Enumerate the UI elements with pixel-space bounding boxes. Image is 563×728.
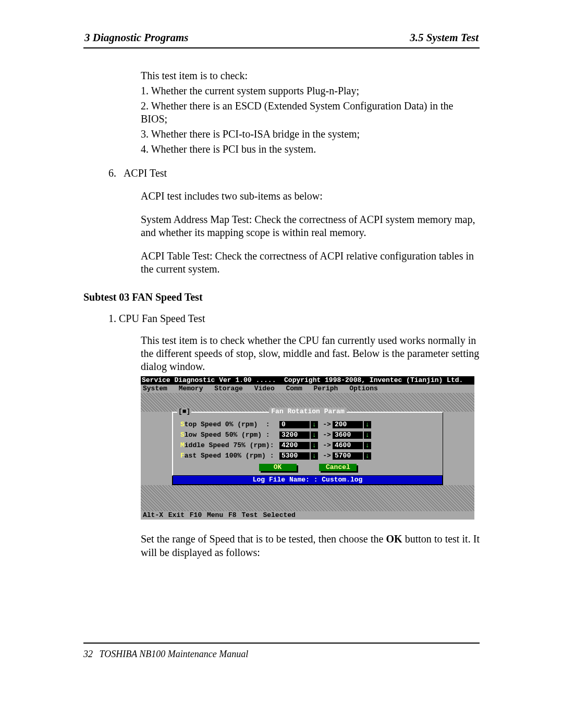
menu-periph[interactable]: Periph — [314, 385, 338, 392]
menu-options[interactable]: Options — [349, 385, 378, 392]
range-arrow: -> — [321, 442, 333, 449]
item6-title: ACPI Test — [124, 167, 167, 179]
range-arrow: -> — [321, 431, 333, 439]
menu-storage[interactable]: Storage — [214, 385, 243, 392]
cancel-button[interactable]: Cancel — [319, 464, 357, 471]
menu-system[interactable]: System — [143, 385, 167, 392]
dos-background-bottom — [141, 485, 474, 511]
intro-item-3: 3. Whether there is PCI-to-ISA bridge in… — [141, 128, 480, 141]
page-number: 32 — [83, 649, 93, 659]
intro-item-4: 4. Whether there is PCI bus in the syste… — [141, 143, 480, 156]
header-rule — [83, 47, 480, 48]
dropdown-icon[interactable]: ↓ — [311, 421, 318, 428]
middle-from[interactable]: 4200 — [279, 442, 310, 449]
slow-from[interactable]: 3200 — [279, 431, 310, 439]
slow-to[interactable]: 3600 — [333, 431, 363, 439]
item6-p3: ACPI Table Test: Check the correctness o… — [141, 250, 480, 276]
middle-to[interactable]: 4600 — [333, 442, 363, 449]
menu-memory[interactable]: Memory — [179, 385, 203, 392]
log-file-bar: Log File Name: : Custom.log — [172, 476, 443, 485]
intro-item-1: 1. Whether the current system supports P… — [141, 84, 480, 97]
dropdown-icon[interactable]: ↓ — [311, 431, 318, 439]
menu-video[interactable]: Video — [254, 385, 275, 392]
dropdown-icon[interactable]: ↓ — [364, 421, 371, 428]
subtest-item-1: 1. CPU Fan Speed Test — [108, 313, 480, 325]
running-header: 3 Diagnostic Programs 3.5 System Test — [83, 31, 480, 44]
dos-titlebar: Service Diagnostic Ver 1.00 ..... Copyri… — [141, 376, 474, 385]
after-screenshot-para: Set the range of Speed that is to be tes… — [141, 532, 480, 559]
stop-from[interactable]: 0 — [279, 421, 310, 428]
dos-footer-hints: Alt-X Exit F10 Menu F8 Test Selected — [141, 511, 474, 520]
dropdown-icon[interactable]: ↓ — [364, 431, 371, 439]
row-middle: Middle Speed 75% (rpm): 4200 ↓ -> 4600 ↓ — [180, 442, 435, 449]
row-slow: Slow Speed 50% (rpm) : 3200 ↓ -> 3600 ↓ — [180, 431, 435, 439]
item6-p2: System Address Map Test: Check the corre… — [141, 213, 480, 239]
list-item-6: 6. ACPI Test — [108, 167, 480, 179]
page: 3 Diagnostic Programs 3.5 System Test Th… — [0, 0, 563, 681]
fast-from[interactable]: 5300 — [279, 452, 310, 460]
footer-rule — [83, 643, 480, 644]
fan-rotation-dialog: [■] Fan Rotation Param Stop Speed 0% (rp… — [172, 412, 443, 476]
intro-item-2: 2. Whether there is an ESCD (Extended Sy… — [141, 100, 480, 126]
dropdown-icon[interactable]: ↓ — [364, 452, 371, 460]
dropdown-icon[interactable]: ↓ — [364, 442, 371, 449]
intro-lead: This test item is to check: — [141, 69, 480, 82]
dropdown-icon[interactable]: ↓ — [311, 442, 318, 449]
ok-button[interactable]: OK — [259, 464, 297, 471]
header-right: 3.5 System Test — [410, 31, 479, 44]
range-arrow: -> — [321, 452, 333, 460]
item6-p1: ACPI test includes two sub-items as belo… — [141, 190, 480, 203]
item6-body: ACPI test includes two sub-items as belo… — [141, 190, 480, 276]
dropdown-icon[interactable]: ↓ — [311, 452, 318, 460]
manual-title: TOSHIBA NB100 Maintenance Manual — [100, 649, 249, 659]
header-left: 3 Diagnostic Programs — [84, 31, 189, 44]
range-arrow: -> — [321, 421, 333, 428]
page-footer: 32 TOSHIBA NB100 Maintenance Manual — [83, 649, 480, 660]
intro-block: This test item is to check: 1. Whether t… — [141, 69, 480, 156]
subtest-para: This test item is to check whether the C… — [141, 334, 480, 373]
dos-screenshot: Service Diagnostic Ver 1.00 ..... Copyri… — [141, 376, 474, 520]
dialog-title: Fan Rotation Param — [173, 408, 443, 415]
dos-menubar: System Memory Storage Video Comm Periph … — [141, 385, 474, 393]
row-fast: Fast Speed 100% (rpm) : 5300 ↓ -> 5700 ↓ — [180, 452, 435, 460]
fast-to[interactable]: 5700 — [333, 452, 363, 460]
stop-to[interactable]: 200 — [333, 421, 363, 428]
item6-number: 6. — [108, 167, 116, 179]
dialog-buttons: OK Cancel — [180, 464, 435, 471]
row-stop: Stop Speed 0% (rpm) : 0 ↓ -> 200 ↓ — [180, 421, 435, 428]
subtest-heading: Subtest 03 FAN Speed Test — [83, 291, 480, 303]
menu-comm[interactable]: Comm — [286, 385, 302, 392]
